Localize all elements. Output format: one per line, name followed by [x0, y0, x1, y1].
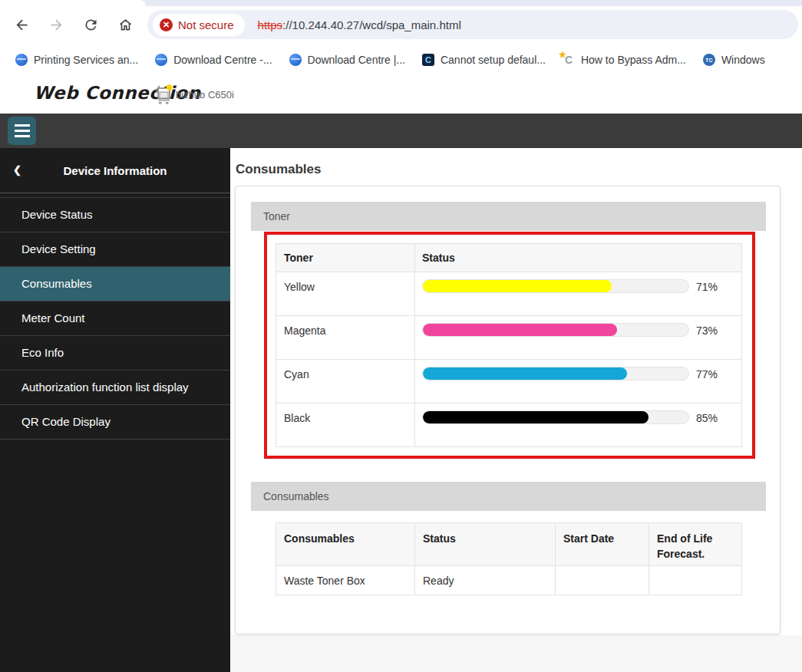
consumable-start-date [556, 566, 649, 595]
toner-table: Toner Status Yellow 71% Magenta 73% Cyan [276, 243, 742, 447]
sidebar-header: ❮ Device Information [0, 148, 230, 193]
toner-row-magenta: Magenta 73% [276, 316, 742, 360]
consumable-name: Waste Toner Box [276, 566, 415, 595]
bookmark-cannot-setup[interactable]: C Cannot setup defaul... [422, 54, 546, 66]
bookmark-label: Cannot setup defaul... [441, 54, 546, 66]
address-bar[interactable]: ✕ Not secure https://10.244.40.27/wcd/sp… [147, 10, 798, 39]
globe-blue-icon [289, 54, 302, 66]
consumables-table: Consumables Status Start Date End of Lif… [276, 522, 742, 595]
consumables-table-header: Consumables Status Start Date End of Lif… [276, 522, 742, 566]
url-scheme-strikethrough: https [258, 18, 283, 31]
forward-arrow-icon [48, 17, 64, 33]
toner-level-gauge [422, 323, 689, 337]
sidebar-title: Device Information [63, 164, 167, 177]
url-text[interactable]: https://10.244.40.27/wcd/spa_main.html [258, 18, 461, 31]
back-arrow-icon [14, 17, 30, 33]
app-header: Web Connection bizhub C650i [0, 77, 802, 114]
bookmark-windows[interactable]: TC Windows [703, 54, 765, 66]
consumable-end-of-life [649, 566, 741, 595]
toner-percent-label: 85% [696, 412, 718, 424]
bookmark-label: Printing Services an... [34, 54, 138, 66]
sidebar-item-device-status[interactable]: Device Status [0, 198, 230, 232]
toner-percent-label: 71% [696, 281, 718, 293]
toner-name: Magenta [276, 316, 415, 359]
end-of-life-col-header: End of Life Forecast. [649, 523, 741, 565]
consumable-status: Ready [415, 566, 556, 595]
toner-table-header: Toner Status [276, 243, 742, 272]
hamburger-menu-button[interactable] [8, 117, 36, 145]
toner-level-fill [423, 324, 617, 336]
sidebar-item-authorization-list[interactable]: Authorization function list display [0, 371, 230, 405]
url-rest: ://10.244.40.27/wcd/spa_main.html [282, 18, 461, 31]
globe-blue-icon [155, 54, 167, 66]
not-secure-chip[interactable]: ✕ Not secure [153, 14, 245, 36]
toner-section-header: Toner [251, 202, 766, 231]
hamburger-icon [15, 124, 30, 127]
browser-toolbar: ✕ Not secure https://10.244.40.27/wcd/sp… [0, 6, 802, 43]
toner-name: Yellow [276, 272, 415, 315]
toner-name: Cyan [276, 360, 415, 403]
home-button[interactable] [112, 12, 138, 38]
consumable-row-waste-toner-box: Waste Toner Box Ready [276, 566, 742, 595]
bookmarks-bar: Printing Services an... Download Centre … [0, 43, 802, 77]
bookmark-label: Windows [721, 54, 765, 66]
toner-percent-label: 77% [696, 368, 718, 380]
not-secure-icon: ✕ [160, 18, 173, 31]
bookmark-label: Download Centre |... [308, 54, 405, 66]
bookmark-how-to-bypass[interactable]: C How to Bypass Adm... [563, 54, 686, 66]
printer-icon [153, 83, 173, 109]
page-title: Consumables [236, 162, 321, 177]
toner-level-fill [423, 367, 627, 380]
toner-level-gauge [422, 410, 689, 424]
sidebar-item-meter-count[interactable]: Meter Count [0, 301, 230, 336]
tab-strip [0, 0, 802, 6]
forward-button[interactable] [43, 12, 69, 38]
status-col-header: Status [415, 523, 556, 565]
active-tab[interactable] [0, 0, 146, 6]
toner-level-fill [423, 411, 649, 423]
consumables-card: Toner Toner Status Yellow 71% Magenta 73… [235, 186, 781, 634]
sidebar-item-device-setting[interactable]: Device Setting [0, 232, 230, 267]
sidebar-item-consumables[interactable]: Consumables [0, 267, 230, 301]
star-c-icon: C [563, 54, 575, 66]
chevron-left-icon[interactable]: ❮ [13, 164, 21, 176]
start-date-col-header: Start Date [556, 523, 649, 565]
toner-percent-label: 73% [696, 324, 718, 337]
toner-col-header: Toner [276, 244, 415, 272]
bookmark-label: How to Bypass Adm... [581, 54, 686, 66]
sidebar-nav-list: Device Status Device Setting Consumables… [0, 197, 230, 440]
bookmark-label: Download Centre -... [173, 54, 272, 66]
bookmark-printing-services[interactable]: Printing Services an... [15, 54, 138, 66]
home-icon [117, 17, 134, 33]
device-model-label: bizhub C650i [176, 89, 234, 100]
main-content: Consumables Toner Toner Status Yellow 71… [230, 148, 802, 672]
page-background [230, 635, 802, 672]
bookmark-download-centre-2[interactable]: Download Centre |... [289, 54, 405, 66]
bookmark-download-centre-1[interactable]: Download Centre -... [155, 54, 272, 66]
tc-circle-icon: TC [703, 54, 715, 66]
toner-row-black: Black 85% [276, 404, 742, 447]
top-menubar [0, 114, 802, 148]
sidebar-item-eco-info[interactable]: Eco Info [0, 336, 230, 371]
sidebar-item-qr-code[interactable]: QR Code Display [0, 405, 230, 440]
sidebar: ❮ Device Information Device Status Devic… [0, 148, 230, 672]
not-secure-label: Not secure [178, 18, 234, 31]
navy-square-icon: C [422, 54, 434, 66]
refresh-icon [83, 17, 99, 33]
status-col-header: Status [415, 252, 741, 264]
consumables-col-header: Consumables [276, 523, 415, 565]
toner-level-fill [423, 280, 612, 292]
refresh-button[interactable] [78, 12, 104, 38]
back-button[interactable] [8, 12, 35, 38]
toner-row-yellow: Yellow 71% [276, 272, 742, 316]
toner-level-gauge [422, 279, 689, 293]
globe-blue-icon [15, 54, 28, 66]
toner-name: Black [276, 404, 415, 446]
toner-level-gauge [422, 367, 689, 380]
toner-row-cyan: Cyan 77% [276, 360, 742, 404]
consumables-section-header: Consumables [251, 482, 766, 511]
